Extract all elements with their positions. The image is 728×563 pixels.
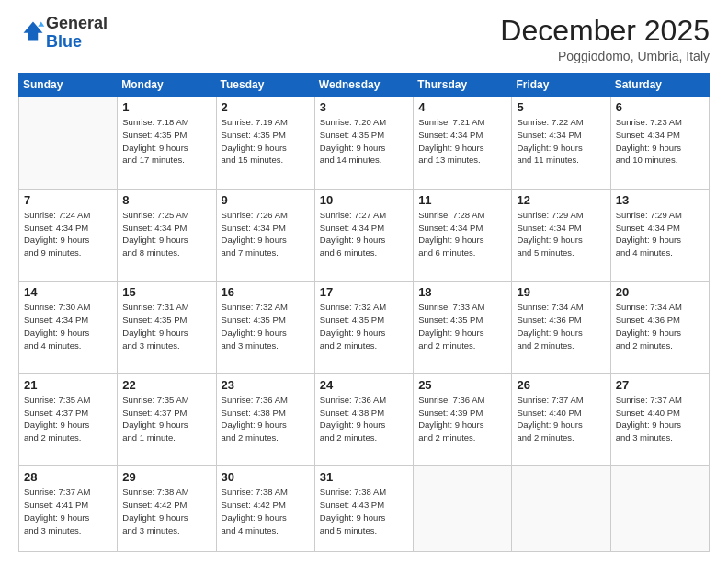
day-info: Sunrise: 7:28 AM Sunset: 4:34 PM Dayligh…: [418, 209, 506, 259]
day-info: Sunrise: 7:20 AM Sunset: 4:35 PM Dayligh…: [320, 116, 408, 167]
day-number: 22: [122, 378, 210, 392]
location: Poggiodomo, Umbria, Italy: [500, 49, 710, 63]
day-info: Sunrise: 7:32 AM Sunset: 4:35 PM Dayligh…: [320, 301, 408, 351]
col-friday: Friday: [512, 74, 610, 97]
day-info: Sunrise: 7:29 AM Sunset: 4:34 PM Dayligh…: [616, 209, 704, 259]
day-info: Sunrise: 7:35 AM Sunset: 4:37 PM Dayligh…: [122, 394, 210, 444]
table-row: 3Sunrise: 7:20 AM Sunset: 4:35 PM Daylig…: [314, 97, 413, 190]
day-number: 15: [122, 285, 210, 299]
col-thursday: Thursday: [414, 74, 512, 97]
day-info: Sunrise: 7:38 AM Sunset: 4:43 PM Dayligh…: [320, 486, 408, 536]
table-row: 14Sunrise: 7:30 AM Sunset: 4:34 PM Dayli…: [19, 282, 118, 374]
table-row: 25Sunrise: 7:36 AM Sunset: 4:39 PM Dayli…: [414, 373, 512, 466]
day-number: 27: [616, 378, 704, 392]
day-info: Sunrise: 7:36 AM Sunset: 4:38 PM Dayligh…: [222, 394, 310, 444]
day-number: 25: [418, 378, 506, 392]
day-number: 10: [320, 193, 408, 207]
table-row: 6Sunrise: 7:23 AM Sunset: 4:34 PM Daylig…: [610, 97, 709, 190]
table-row: 1Sunrise: 7:18 AM Sunset: 4:35 PM Daylig…: [118, 97, 216, 190]
day-number: 18: [418, 285, 506, 299]
table-row: 21Sunrise: 7:35 AM Sunset: 4:37 PM Dayli…: [19, 373, 118, 466]
day-info: Sunrise: 7:34 AM Sunset: 4:36 PM Dayligh…: [517, 301, 605, 351]
day-number: 14: [24, 285, 112, 299]
day-number: 28: [24, 470, 112, 484]
day-info: Sunrise: 7:21 AM Sunset: 4:34 PM Dayligh…: [418, 116, 506, 167]
col-sunday: Sunday: [19, 74, 118, 97]
day-info: Sunrise: 7:26 AM Sunset: 4:34 PM Dayligh…: [222, 209, 310, 259]
calendar-week-row: 1Sunrise: 7:18 AM Sunset: 4:35 PM Daylig…: [19, 97, 710, 190]
col-wednesday: Wednesday: [314, 74, 413, 97]
table-row: 10Sunrise: 7:27 AM Sunset: 4:34 PM Dayli…: [314, 189, 413, 282]
table-row: 28Sunrise: 7:37 AM Sunset: 4:41 PM Dayli…: [19, 466, 118, 552]
day-number: 24: [320, 378, 408, 392]
logo-icon: [20, 18, 46, 44]
day-info: Sunrise: 7:38 AM Sunset: 4:42 PM Dayligh…: [222, 486, 310, 536]
table-row: 19Sunrise: 7:34 AM Sunset: 4:36 PM Dayli…: [512, 282, 610, 374]
table-row: 16Sunrise: 7:32 AM Sunset: 4:35 PM Dayli…: [216, 282, 314, 374]
calendar-week-row: 7Sunrise: 7:24 AM Sunset: 4:34 PM Daylig…: [19, 189, 710, 282]
day-number: 13: [616, 193, 704, 207]
day-info: Sunrise: 7:31 AM Sunset: 4:35 PM Dayligh…: [122, 301, 210, 351]
logo-blue-text: Blue: [46, 32, 82, 51]
calendar-table: Sunday Monday Tuesday Wednesday Thursday…: [18, 73, 710, 552]
table-row: [19, 97, 118, 190]
table-row: 29Sunrise: 7:38 AM Sunset: 4:42 PM Dayli…: [118, 466, 216, 552]
day-info: Sunrise: 7:36 AM Sunset: 4:38 PM Dayligh…: [320, 394, 408, 444]
day-number: 16: [222, 285, 310, 299]
table-row: 13Sunrise: 7:29 AM Sunset: 4:34 PM Dayli…: [610, 189, 709, 282]
table-row: 17Sunrise: 7:32 AM Sunset: 4:35 PM Dayli…: [314, 282, 413, 374]
table-row: 4Sunrise: 7:21 AM Sunset: 4:34 PM Daylig…: [414, 97, 512, 190]
svg-marker-1: [38, 21, 44, 26]
day-number: 1: [122, 100, 210, 114]
day-info: Sunrise: 7:27 AM Sunset: 4:34 PM Dayligh…: [320, 209, 408, 259]
table-row: [414, 466, 512, 552]
day-info: Sunrise: 7:22 AM Sunset: 4:34 PM Dayligh…: [517, 116, 605, 167]
day-number: 5: [517, 100, 605, 114]
col-saturday: Saturday: [610, 74, 709, 97]
day-info: Sunrise: 7:33 AM Sunset: 4:35 PM Dayligh…: [418, 301, 506, 351]
table-row: 7Sunrise: 7:24 AM Sunset: 4:34 PM Daylig…: [19, 189, 118, 282]
calendar-week-row: 21Sunrise: 7:35 AM Sunset: 4:37 PM Dayli…: [19, 373, 710, 466]
table-row: [512, 466, 610, 552]
day-info: Sunrise: 7:35 AM Sunset: 4:37 PM Dayligh…: [24, 394, 112, 444]
logo: General Blue: [18, 15, 108, 52]
table-row: 20Sunrise: 7:34 AM Sunset: 4:36 PM Dayli…: [610, 282, 709, 374]
day-number: 20: [616, 285, 704, 299]
day-number: 12: [517, 193, 605, 207]
day-info: Sunrise: 7:24 AM Sunset: 4:34 PM Dayligh…: [24, 209, 112, 259]
table-row: [610, 466, 709, 552]
month-title: December 2025: [500, 15, 710, 47]
day-number: 23: [222, 378, 310, 392]
day-info: Sunrise: 7:29 AM Sunset: 4:34 PM Dayligh…: [517, 209, 605, 259]
day-info: Sunrise: 7:30 AM Sunset: 4:34 PM Dayligh…: [24, 301, 112, 351]
table-row: 31Sunrise: 7:38 AM Sunset: 4:43 PM Dayli…: [314, 466, 413, 552]
table-row: 18Sunrise: 7:33 AM Sunset: 4:35 PM Dayli…: [414, 282, 512, 374]
day-number: 3: [320, 100, 408, 114]
day-number: 8: [122, 193, 210, 207]
day-number: 21: [24, 378, 112, 392]
day-info: Sunrise: 7:23 AM Sunset: 4:34 PM Dayligh…: [616, 116, 704, 167]
day-info: Sunrise: 7:25 AM Sunset: 4:34 PM Dayligh…: [122, 209, 210, 259]
day-number: 19: [517, 285, 605, 299]
day-number: 30: [222, 470, 310, 484]
calendar-week-row: 28Sunrise: 7:37 AM Sunset: 4:41 PM Dayli…: [19, 466, 710, 552]
day-info: Sunrise: 7:34 AM Sunset: 4:36 PM Dayligh…: [616, 301, 704, 351]
day-number: 31: [320, 470, 408, 484]
day-number: 29: [122, 470, 210, 484]
table-row: 23Sunrise: 7:36 AM Sunset: 4:38 PM Dayli…: [216, 373, 314, 466]
calendar-week-row: 14Sunrise: 7:30 AM Sunset: 4:34 PM Dayli…: [19, 282, 710, 374]
day-info: Sunrise: 7:19 AM Sunset: 4:35 PM Dayligh…: [222, 116, 310, 167]
table-row: 11Sunrise: 7:28 AM Sunset: 4:34 PM Dayli…: [414, 189, 512, 282]
table-row: 30Sunrise: 7:38 AM Sunset: 4:42 PM Dayli…: [216, 466, 314, 552]
page: General Blue December 2025 Poggiodomo, U…: [0, 0, 728, 563]
table-row: 27Sunrise: 7:37 AM Sunset: 4:40 PM Dayli…: [610, 373, 709, 466]
table-row: 24Sunrise: 7:36 AM Sunset: 4:38 PM Dayli…: [314, 373, 413, 466]
logo-general-text: General: [46, 14, 108, 32]
table-row: 5Sunrise: 7:22 AM Sunset: 4:34 PM Daylig…: [512, 97, 610, 190]
table-row: 12Sunrise: 7:29 AM Sunset: 4:34 PM Dayli…: [512, 189, 610, 282]
table-row: 2Sunrise: 7:19 AM Sunset: 4:35 PM Daylig…: [216, 97, 314, 190]
col-monday: Monday: [118, 74, 216, 97]
table-row: 22Sunrise: 7:35 AM Sunset: 4:37 PM Dayli…: [118, 373, 216, 466]
day-info: Sunrise: 7:36 AM Sunset: 4:39 PM Dayligh…: [418, 394, 506, 444]
day-info: Sunrise: 7:37 AM Sunset: 4:41 PM Dayligh…: [24, 486, 112, 536]
